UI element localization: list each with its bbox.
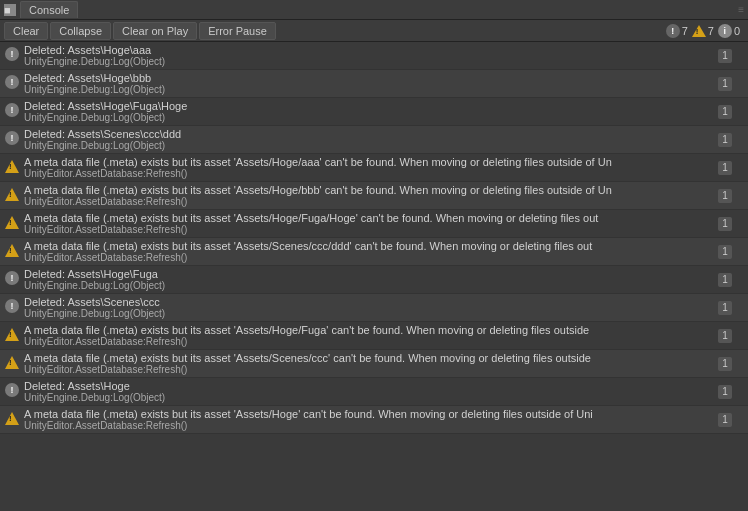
error-pause-button[interactable]: Error Pause (199, 22, 276, 40)
table-row[interactable]: A meta data file (.meta) exists but its … (0, 238, 748, 266)
warn-icon (4, 242, 20, 258)
table-row[interactable]: A meta data file (.meta) exists but its … (0, 154, 748, 182)
log-line1: Deleted: Assets\Scenes\ccc\ddd (24, 128, 704, 140)
log-line1: Deleted: Assets\Scenes\ccc (24, 296, 704, 308)
log-content: Deleted: Assets\Scenes\ccc\dddUnityEngin… (24, 128, 744, 151)
console-toolbar: Clear Collapse Clear on Play Error Pause… (0, 20, 748, 42)
table-row[interactable]: A meta data file (.meta) exists but its … (0, 322, 748, 350)
table-row[interactable]: !Deleted: Assets\Scenes\ccc\dddUnityEngi… (0, 126, 748, 154)
console-tab[interactable]: Console (20, 1, 78, 18)
error-icon: ! (4, 130, 20, 146)
error-icon: ! (4, 46, 20, 62)
log-count-badge: 1 (718, 189, 732, 203)
log-line2: UnityEditor.AssetDatabase:Refresh() (24, 252, 704, 263)
log-count-badge: 1 (718, 273, 732, 287)
table-row[interactable]: !Deleted: Assets\Hoge\aaaUnityEngine.Deb… (0, 42, 748, 70)
log-count-badge: 1 (718, 217, 732, 231)
badge-group: ! 7 7 i 0 (666, 24, 740, 38)
log-line1: A meta data file (.meta) exists but its … (24, 156, 704, 168)
warn-count: 7 (708, 25, 714, 37)
log-count-badge: 1 (718, 77, 732, 91)
log-count-badge: 1 (718, 133, 732, 147)
warn-icon (4, 214, 20, 230)
log-count-badge: 1 (718, 161, 732, 175)
log-content: A meta data file (.meta) exists but its … (24, 324, 744, 347)
log-content: Deleted: Assets\HogeUnityEngine.Debug:Lo… (24, 380, 744, 403)
error-icon: ! (4, 102, 20, 118)
error-icon: ! (4, 74, 20, 90)
log-line2: UnityEditor.AssetDatabase:Refresh() (24, 196, 704, 207)
info-badge-icon: i (718, 24, 732, 38)
log-count-badge: 1 (718, 49, 732, 63)
log-line2: UnityEditor.AssetDatabase:Refresh() (24, 364, 704, 375)
log-line2: UnityEditor.AssetDatabase:Refresh() (24, 420, 704, 431)
info-count: 0 (734, 25, 740, 37)
log-content: A meta data file (.meta) exists but its … (24, 156, 744, 179)
log-line2: UnityEngine.Debug:Log(Object) (24, 112, 704, 123)
log-count-badge: 1 (718, 301, 732, 315)
warn-icon (4, 326, 20, 342)
log-content: A meta data file (.meta) exists but its … (24, 184, 744, 207)
log-count-badge: 1 (718, 329, 732, 343)
log-line1: Deleted: Assets\Hoge\bbb (24, 72, 704, 84)
collapse-button[interactable]: Collapse (50, 22, 111, 40)
info-badge[interactable]: i 0 (718, 24, 740, 38)
table-row[interactable]: !Deleted: Assets\Scenes\cccUnityEngine.D… (0, 294, 748, 322)
clear-on-play-button[interactable]: Clear on Play (113, 22, 197, 40)
log-count-badge: 1 (718, 105, 732, 119)
table-row[interactable]: !Deleted: Assets\Hoge\Fuga\HogeUnityEngi… (0, 98, 748, 126)
log-line2: UnityEditor.AssetDatabase:Refresh() (24, 168, 704, 179)
error-badge[interactable]: ! 7 (666, 24, 688, 38)
log-content: Deleted: Assets\Hoge\bbbUnityEngine.Debu… (24, 72, 744, 95)
log-line1: Deleted: Assets\Hoge\Fuga\Hoge (24, 100, 704, 112)
log-line2: UnityEngine.Debug:Log(Object) (24, 392, 704, 403)
log-content: A meta data file (.meta) exists but its … (24, 352, 744, 375)
log-line2: UnityEditor.AssetDatabase:Refresh() (24, 224, 704, 235)
log-content: A meta data file (.meta) exists but its … (24, 240, 744, 263)
log-line1: Deleted: Assets\Hoge (24, 380, 704, 392)
table-row[interactable]: A meta data file (.meta) exists but its … (0, 182, 748, 210)
log-content: Deleted: Assets\Hoge\FugaUnityEngine.Deb… (24, 268, 744, 291)
log-line2: UnityEngine.Debug:Log(Object) (24, 84, 704, 95)
log-line1: A meta data file (.meta) exists but its … (24, 352, 704, 364)
table-row[interactable]: !Deleted: Assets\Hoge\bbbUnityEngine.Deb… (0, 70, 748, 98)
warn-icon (4, 354, 20, 370)
table-row[interactable]: !Deleted: Assets\Hoge\FugaUnityEngine.De… (0, 266, 748, 294)
log-content: A meta data file (.meta) exists but its … (24, 408, 744, 431)
log-content: A meta data file (.meta) exists but its … (24, 212, 744, 235)
table-row[interactable]: !Deleted: Assets\HogeUnityEngine.Debug:L… (0, 378, 748, 406)
log-count-badge: 1 (718, 357, 732, 371)
error-badge-icon: ! (666, 24, 680, 38)
log-count-badge: 1 (718, 245, 732, 259)
log-line2: UnityEngine.Debug:Log(Object) (24, 140, 704, 151)
log-line2: UnityEditor.AssetDatabase:Refresh() (24, 336, 704, 347)
warn-icon (4, 186, 20, 202)
log-line1: Deleted: Assets\Hoge\aaa (24, 44, 704, 56)
warn-badge[interactable]: 7 (692, 25, 714, 37)
log-line1: Deleted: Assets\Hoge\Fuga (24, 268, 704, 280)
log-line1: A meta data file (.meta) exists but its … (24, 212, 704, 224)
table-row[interactable]: A meta data file (.meta) exists but its … (0, 350, 748, 378)
clear-button[interactable]: Clear (4, 22, 48, 40)
warn-badge-icon (692, 25, 706, 37)
warn-icon (4, 410, 20, 426)
error-icon: ! (4, 382, 20, 398)
log-content: Deleted: Assets\Scenes\cccUnityEngine.De… (24, 296, 744, 319)
log-content: Deleted: Assets\Hoge\aaaUnityEngine.Debu… (24, 44, 744, 67)
error-icon: ! (4, 298, 20, 314)
warn-icon (4, 158, 20, 174)
table-row[interactable]: A meta data file (.meta) exists but its … (0, 406, 748, 434)
log-line2: UnityEngine.Debug:Log(Object) (24, 280, 704, 291)
log-line1: A meta data file (.meta) exists but its … (24, 240, 704, 252)
console-icon: ■ (4, 4, 16, 16)
log-line1: A meta data file (.meta) exists but its … (24, 408, 704, 420)
drag-handle: ≡ (738, 4, 744, 15)
table-row[interactable]: A meta data file (.meta) exists but its … (0, 210, 748, 238)
log-line1: A meta data file (.meta) exists but its … (24, 324, 704, 336)
log-content: Deleted: Assets\Hoge\Fuga\HogeUnityEngin… (24, 100, 744, 123)
console-list[interactable]: !Deleted: Assets\Hoge\aaaUnityEngine.Deb… (0, 42, 748, 511)
title-bar: ■ Console ≡ (0, 0, 748, 20)
log-line1: A meta data file (.meta) exists but its … (24, 184, 704, 196)
log-count-badge: 1 (718, 413, 732, 427)
log-line2: UnityEngine.Debug:Log(Object) (24, 308, 704, 319)
